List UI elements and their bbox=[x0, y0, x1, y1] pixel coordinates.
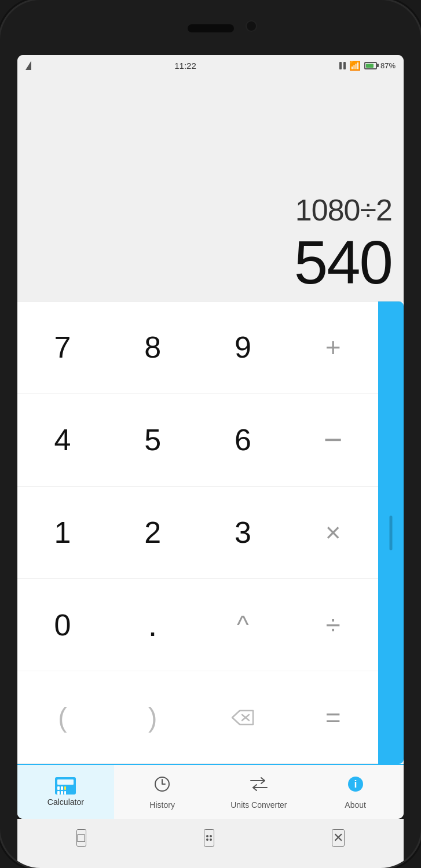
signal-icon bbox=[25, 61, 31, 70]
key-divide[interactable]: ÷ bbox=[288, 579, 378, 671]
pause-icon bbox=[339, 62, 346, 69]
backspace-icon bbox=[231, 709, 254, 726]
battery-percent: 87% bbox=[380, 61, 396, 70]
phone-camera bbox=[246, 20, 257, 32]
handle-bar bbox=[390, 516, 393, 550]
nav-label-units-converter: Units Converter bbox=[230, 800, 287, 810]
android-recents[interactable]: □ bbox=[76, 829, 86, 847]
key-8[interactable]: 8 bbox=[108, 301, 198, 394]
key-6[interactable]: 6 bbox=[198, 394, 288, 487]
svg-text:i: i bbox=[354, 778, 357, 790]
key-2[interactable]: 2 bbox=[108, 487, 198, 579]
phone-speaker bbox=[188, 24, 234, 32]
units-converter-icon bbox=[248, 775, 269, 797]
nav-item-calculator[interactable]: Calculator bbox=[17, 765, 114, 819]
display-expression: 1080÷2 bbox=[295, 193, 392, 227]
nav-item-units-converter[interactable]: Units Converter bbox=[211, 765, 307, 819]
history-icon bbox=[153, 775, 171, 797]
android-nav: □ ✕ bbox=[17, 819, 404, 868]
right-handle[interactable] bbox=[378, 301, 404, 764]
svg-point-6 bbox=[210, 835, 212, 837]
wifi-icon: 📶 bbox=[349, 60, 361, 71]
key-0[interactable]: 0 bbox=[17, 579, 108, 671]
nav-item-history[interactable]: History bbox=[114, 765, 211, 819]
nav-label-calculator: Calculator bbox=[47, 797, 84, 807]
phone-screen: 11:22 📶 87% 1080÷2 540 bbox=[17, 55, 404, 819]
key-7[interactable]: 7 bbox=[17, 301, 108, 394]
key-plus[interactable]: + bbox=[288, 301, 378, 394]
about-icon: i bbox=[346, 775, 365, 797]
key-minus[interactable]: − bbox=[288, 394, 378, 487]
key-multiply[interactable]: × bbox=[288, 487, 378, 579]
nav-label-history: History bbox=[149, 800, 175, 810]
status-time: 11:22 bbox=[174, 61, 196, 71]
keypad-main: 7 8 9 + 4 5 6 − 1 2 3 × 0 . ^ ÷ bbox=[17, 301, 378, 764]
svg-point-8 bbox=[210, 838, 212, 841]
key-4[interactable]: 4 bbox=[17, 394, 108, 487]
android-back[interactable]: ✕ bbox=[332, 829, 345, 847]
svg-point-5 bbox=[206, 835, 208, 837]
key-decimal[interactable]: . bbox=[108, 579, 198, 671]
key-9[interactable]: 9 bbox=[198, 301, 288, 394]
key-close-paren[interactable]: ) bbox=[108, 671, 198, 764]
calculator-icon bbox=[55, 777, 76, 795]
bottom-nav: Calculator History bbox=[17, 764, 404, 819]
android-home[interactable] bbox=[204, 829, 214, 847]
keypad-area: 7 8 9 + 4 5 6 − 1 2 3 × 0 . ^ ÷ bbox=[17, 301, 404, 764]
key-backspace[interactable] bbox=[198, 671, 288, 764]
key-power[interactable]: ^ bbox=[198, 579, 288, 671]
key-1[interactable]: 1 bbox=[17, 487, 108, 579]
display-result: 540 bbox=[294, 232, 392, 293]
display-area: 1080÷2 540 bbox=[17, 76, 404, 301]
phone-frame: 11:22 📶 87% 1080÷2 540 bbox=[0, 0, 421, 868]
status-icons: 📶 87% bbox=[339, 60, 396, 71]
nav-item-about[interactable]: i About bbox=[307, 765, 404, 819]
key-3[interactable]: 3 bbox=[198, 487, 288, 579]
key-equals[interactable]: = bbox=[288, 671, 378, 764]
nav-label-about: About bbox=[345, 800, 366, 810]
key-5[interactable]: 5 bbox=[108, 394, 198, 487]
key-open-paren[interactable]: ( bbox=[17, 671, 108, 764]
status-bar: 11:22 📶 87% bbox=[17, 55, 404, 76]
svg-point-7 bbox=[206, 838, 208, 841]
battery-icon bbox=[364, 62, 377, 69]
